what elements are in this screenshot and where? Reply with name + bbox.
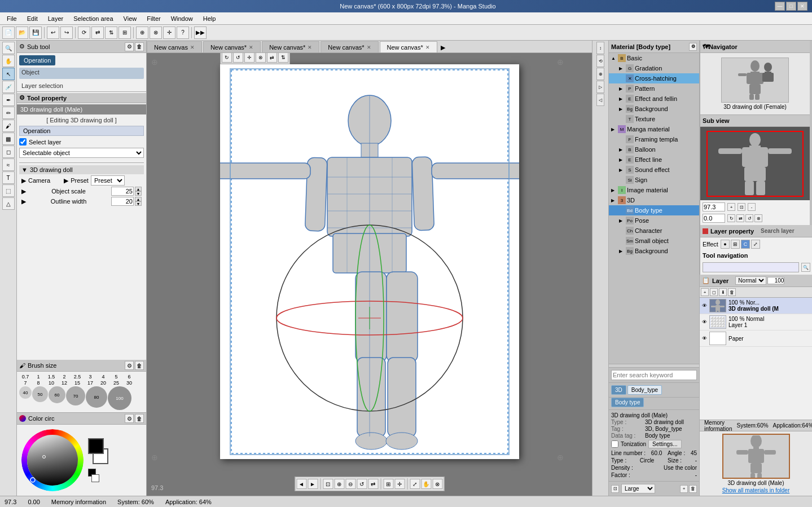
tree-background-3d[interactable]: ▶ Bg Background [609, 246, 699, 256]
menu-edit[interactable]: Edit [23, 14, 42, 23]
canvas-move-tool[interactable]: ✛ [244, 53, 254, 63]
outline-width-input[interactable] [111, 197, 134, 206]
canvas-rotate-cw[interactable]: ↻ [222, 53, 232, 63]
canvas-flip-h[interactable]: ⇄ [267, 53, 277, 63]
save-btn[interactable]: 💾 [29, 27, 42, 39]
brush-30[interactable]: 30 [123, 380, 135, 386]
tab-1-close[interactable]: ✕ [190, 45, 195, 50]
rvs-btn1[interactable]: ↕ [596, 42, 604, 54]
layer-eye-1[interactable]: 👁 [702, 319, 707, 325]
menu-selection[interactable]: Selection area [69, 14, 117, 23]
tool-eyedrop[interactable]: 💉 [2, 81, 15, 93]
settings-button[interactable]: Settings... [648, 440, 681, 448]
nav-flip[interactable]: ⇄ [736, 214, 744, 222]
canvas-rotate-reset[interactable]: ↺ [357, 479, 367, 489]
brush-circle-40[interactable]: 40 [19, 386, 32, 399]
brush-2[interactable]: 2 [58, 374, 71, 380]
tool-nav-search-btn[interactable]: 🔍 [801, 263, 810, 272]
brush-3[interactable]: 3 [84, 374, 96, 380]
tool-move[interactable]: ✋ [2, 55, 15, 67]
redo-btn[interactable]: ↪ [60, 27, 73, 39]
canvas-zoom-out[interactable]: ⊖ [345, 479, 355, 489]
canvas-zoom-fit[interactable]: ⊡ [323, 479, 333, 489]
tree-texture[interactable]: T Texture [609, 114, 699, 124]
grid-btn[interactable]: ⊞ [118, 27, 131, 39]
undo-btn[interactable]: ↩ [47, 27, 59, 39]
rvs-btn2[interactable]: ⟲ [596, 55, 604, 67]
tree-gradation[interactable]: ▶ G Gradation [609, 63, 699, 73]
menu-window[interactable]: Window [166, 14, 197, 23]
mat-add-folder[interactable]: + [680, 485, 688, 493]
menu-view[interactable]: View [119, 14, 142, 23]
brush-1.5[interactable]: 1.5 [45, 374, 58, 380]
layer-trash-btn[interactable]: 🗑 [728, 288, 736, 296]
tree-basic[interactable]: ▲ B Basic [609, 53, 699, 63]
tree-effect[interactable]: ▶ E Effect and fellin [609, 94, 699, 104]
canvas-flip-canvas[interactable]: ⇄ [368, 479, 378, 489]
nav-preview[interactable] [700, 127, 810, 200]
tree-character[interactable]: Ch Character [609, 226, 699, 236]
tab-expand-btn[interactable]: ▶ [438, 43, 447, 52]
new-canvas-btn[interactable]: 📄 [2, 27, 15, 39]
tab-2[interactable]: New canvas* ✕ [203, 41, 261, 52]
brush-circle-50[interactable]: 50 [32, 386, 48, 402]
tab-2-close[interactable]: ✕ [249, 45, 253, 50]
canvas-grid-toggle[interactable]: ⊞ [383, 479, 393, 489]
open-btn[interactable]: 📂 [16, 27, 28, 39]
nav-rotate-ccw[interactable]: ↺ [745, 214, 753, 222]
tool-pencil[interactable]: ✏ [2, 107, 15, 119]
tree-3d[interactable]: ▶ 3 3D [609, 195, 699, 205]
layer-opacity-input[interactable] [767, 277, 784, 284]
mat-size-icons[interactable]: ⊡ [611, 485, 619, 493]
tree-background-basic[interactable]: ▶ Bg Background [609, 104, 699, 114]
transform-btn[interactable]: ⊕ [136, 27, 148, 39]
tool-text[interactable]: T [2, 171, 15, 184]
tree-sign[interactable]: Si Sign [609, 175, 699, 185]
canvas-prev-btn[interactable]: ◄ [296, 479, 306, 489]
color-settings-btn[interactable]: ⚙ [125, 414, 134, 423]
tool-brush[interactable]: 🖌 [2, 120, 15, 132]
selectable-object-select[interactable]: Selectable object [19, 148, 144, 158]
layer-row-1[interactable]: 👁 100 % Normal Layer 1 [700, 314, 812, 330]
canvas-next-btn[interactable]: ► [308, 479, 318, 489]
tab-5[interactable]: New canvas* ✕ [380, 41, 437, 52]
tree-pose[interactable]: ▶ Po Pose [609, 215, 699, 226]
tool-shape[interactable]: △ [2, 197, 15, 210]
object-scale-input[interactable] [111, 187, 134, 196]
tool-nav-input[interactable] [703, 262, 799, 272]
nav-zoom-out[interactable]: - [748, 203, 756, 211]
nav-zoom-in[interactable]: + [727, 203, 735, 211]
brush-7[interactable]: 7 [19, 380, 32, 386]
brush-circle-80[interactable]: 80 [86, 386, 107, 408]
tree-body-type[interactable]: Bd Body type [609, 205, 699, 215]
canvas-scale-tool[interactable]: ⊗ [256, 53, 266, 63]
tool-fill[interactable]: ▩ [2, 133, 15, 145]
menu-layer[interactable]: Layer [43, 14, 68, 23]
canvas-snap[interactable]: ✛ [394, 479, 405, 489]
outline-down-btn[interactable]: ▼ [135, 201, 142, 206]
tool-eraser[interactable]: ◻ [2, 146, 15, 158]
layer-merge-btn[interactable]: ⬇ [719, 288, 727, 296]
tool-pen[interactable]: ✒ [2, 94, 15, 106]
canvas-zoom-in[interactable]: ⊕ [334, 479, 344, 489]
move-btn[interactable]: ✛ [163, 27, 175, 39]
tab-4-close[interactable]: ✕ [367, 45, 371, 50]
scale-up-btn[interactable]: ▲ [135, 187, 142, 191]
material-search-input[interactable] [611, 370, 697, 380]
select-layer-checkbox[interactable] [19, 138, 27, 146]
tonize-checkbox[interactable] [611, 440, 618, 448]
mat-delete[interactable]: 🗑 [689, 485, 697, 493]
tree-image-material[interactable]: ▶ I Image material [609, 185, 699, 195]
layer-eye-3d[interactable]: 👁 [702, 303, 707, 308]
tree-effect-line[interactable]: ▶ E Effect line [609, 155, 699, 165]
flip-h-btn[interactable]: ⇄ [91, 27, 104, 39]
canvas-flip-v[interactable]: ⇅ [278, 53, 288, 63]
effect-grid[interactable]: ⊞ [731, 240, 740, 249]
layer-add-btn[interactable]: + [701, 288, 709, 296]
mat-size-select[interactable]: Large Medium Small [621, 484, 655, 493]
brush-2.5[interactable]: 2.5 [71, 374, 84, 380]
preset-select[interactable]: Preset [91, 175, 125, 186]
canvas-area[interactable]: ⊕ ⊕ ⊕ ⊕ ↻ ↺ ✛ ⊗ ⇄ ⇅ [147, 53, 592, 496]
scale-down-btn[interactable]: ▼ [135, 191, 142, 196]
tool-operation[interactable]: ↖ [2, 68, 15, 80]
